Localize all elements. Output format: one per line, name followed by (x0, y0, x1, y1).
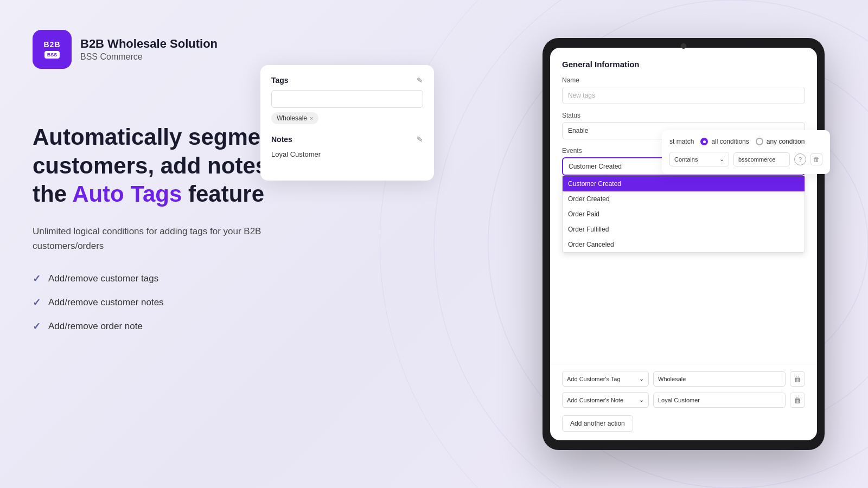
dropdown-item-customer-created[interactable]: Customer Created (563, 176, 805, 191)
name-input[interactable]: New tags (562, 87, 805, 104)
action-value-2[interactable]: Loyal Customer (653, 393, 786, 408)
check-icon-2: ✓ (33, 297, 41, 309)
headline-line1: Automatically segment (33, 124, 282, 150)
logo-title: B2B Wholesale Solution (80, 37, 218, 51)
radio-any-dot (756, 138, 763, 145)
card-tags-title: Tags (271, 76, 289, 85)
tags-input[interactable] (271, 90, 423, 108)
condition-delete-icon[interactable]: 🗑 (810, 153, 822, 165)
add-action-button[interactable]: Add another action (562, 415, 633, 432)
all-conditions-label: all conditions (711, 138, 749, 145)
tablet-content: General Information Name New tags Status… (550, 48, 817, 364)
feature-list: ✓ Add/remove customer tags ✓ Add/remove … (33, 273, 369, 332)
feature-label-3: Add/remove order note (48, 321, 143, 332)
logo-icon: B2B BSS (33, 30, 72, 69)
logo-area: B2B BSS B2B Wholesale Solution BSS Comme… (33, 30, 369, 69)
subtext: Unlimited logical conditions for adding … (33, 224, 293, 253)
card-tags-section: Tags ✎ Wholesale × (271, 76, 423, 124)
action-chevron-1: ⌄ (639, 375, 644, 382)
check-icon-1: ✓ (33, 273, 41, 285)
dropdown-item-order-canceled[interactable]: Order Canceled (563, 237, 805, 252)
logo-b2b-text: B2B (43, 40, 60, 49)
feature-label-1: Add/remove customer tags (48, 273, 158, 284)
dropdown-item-order-created[interactable]: Order Created (563, 191, 805, 207)
action-delete-2[interactable]: 🗑 (790, 393, 805, 408)
notes-edit-icon[interactable]: ✎ (417, 135, 423, 144)
card-notes-title: Notes (271, 135, 292, 144)
action-delete-1[interactable]: 🗑 (790, 371, 805, 387)
events-dropdown-menu: Customer Created Order Created Order Pai… (562, 176, 805, 253)
condition-select-chevron: ⌄ (719, 156, 724, 163)
card-notes-header: Notes ✎ (271, 135, 423, 144)
card-tags-header: Tags ✎ (271, 76, 423, 85)
card-note-value: Loyal Customer (271, 148, 321, 160)
condition-value[interactable]: bsscommerce (733, 152, 790, 166)
name-form-group: Name New tags (562, 76, 805, 104)
card-notes-section: Notes ✎ Loyal Customer (271, 135, 423, 159)
action-select-1-label: Add Customer's Tag (567, 376, 621, 382)
all-conditions-radio[interactable]: all conditions (700, 138, 749, 145)
headline-line3-end: feature (182, 181, 264, 207)
action-select-2-label: Add Customer's Note (567, 397, 623, 403)
tag-chip-label: Wholesale (277, 114, 307, 122)
tablet-screen: General Information Name New tags Status… (550, 48, 817, 440)
logo-text-area: B2B Wholesale Solution BSS Commerce (80, 37, 218, 62)
dropdown-item-order-fulfilled[interactable]: Order Fulfilled (563, 222, 805, 237)
any-condition-radio[interactable]: any condition (756, 138, 805, 145)
condition-select[interactable]: Contains ⌄ (669, 152, 729, 166)
status-label: Status (562, 112, 805, 119)
name-label: Name (562, 76, 805, 84)
actions-section: Add Customer's Tag ⌄ Wholesale 🗑 Add Cus… (550, 364, 817, 440)
right-panel: Tags ✎ Wholesale × Notes ✎ Loyal Custome (369, 0, 835, 488)
action-select-2[interactable]: Add Customer's Note ⌄ (562, 392, 649, 408)
action-chevron-2: ⌄ (639, 396, 644, 403)
feature-item: ✓ Add/remove customer tags (33, 273, 369, 285)
radio-all-dot-inner (703, 140, 706, 143)
tag-chip-remove-icon[interactable]: × (310, 115, 313, 121)
action-value-1[interactable]: Wholesale (653, 371, 786, 387)
logo-bss-badge: BSS (44, 51, 60, 59)
tablet-device: General Information Name New tags Status… (542, 38, 825, 450)
logo-subtitle: BSS Commerce (80, 52, 218, 62)
check-icon-3: ✓ (33, 320, 41, 332)
floating-card: Tags ✎ Wholesale × Notes ✎ Loyal Custome (260, 65, 434, 181)
feature-item: ✓ Add/remove customer notes (33, 297, 369, 309)
must-match-label: st match (669, 138, 694, 145)
action-row-2: Add Customer's Note ⌄ Loyal Customer 🗑 (562, 392, 805, 408)
tags-edit-icon[interactable]: ✎ (417, 76, 423, 85)
action-select-1[interactable]: Add Customer's Tag ⌄ (562, 371, 649, 387)
condition-row: Contains ⌄ bsscommerce ? 🗑 (669, 152, 822, 166)
condition-select-label: Contains (674, 156, 698, 163)
feature-item: ✓ Add/remove order note (33, 320, 369, 332)
headline-highlight: Auto Tags (72, 181, 182, 207)
any-condition-label: any condition (767, 138, 805, 145)
radio-all-dot (700, 138, 708, 145)
tag-chip-container: Wholesale × (271, 112, 423, 124)
tablet-camera (681, 43, 686, 49)
condition-overlay: st match all conditions any condition (662, 130, 830, 174)
general-information-title: General Information (562, 60, 805, 69)
headline-line3-plain: the (33, 181, 72, 207)
dropdown-item-order-paid[interactable]: Order Paid (563, 207, 805, 222)
condition-header: st match all conditions any condition (669, 138, 822, 145)
action-row-1: Add Customer's Tag ⌄ Wholesale 🗑 (562, 371, 805, 387)
tag-chip-wholesale: Wholesale × (271, 112, 318, 124)
condition-help-icon[interactable]: ? (794, 153, 806, 165)
feature-label-2: Add/remove customer notes (48, 297, 164, 308)
